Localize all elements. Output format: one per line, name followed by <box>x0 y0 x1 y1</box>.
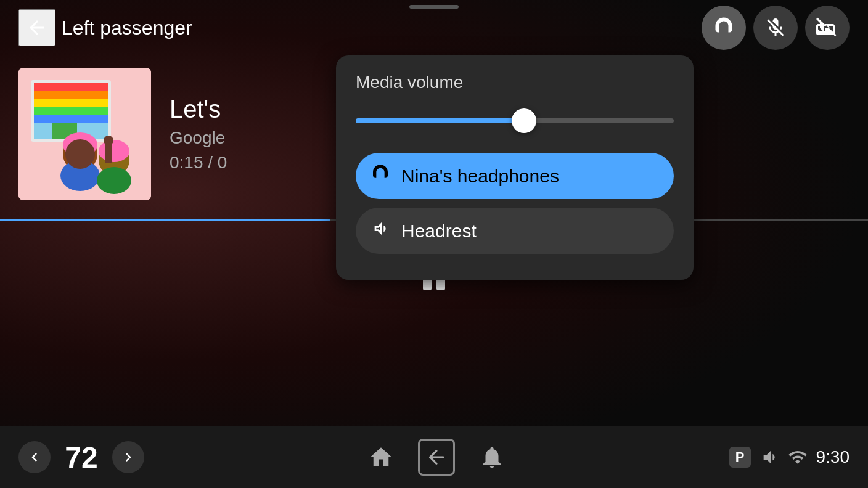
signal-icon <box>788 447 808 467</box>
headphones-small-icon <box>371 164 390 184</box>
volume-popup: Media volume Nina's headphones Headrest <box>336 55 694 280</box>
volume-slider-thumb[interactable] <box>512 108 536 133</box>
audio-option-headrest[interactable]: Headrest <box>356 208 674 254</box>
headphones-icon <box>713 17 735 39</box>
track-artist: Google <box>170 128 227 148</box>
temp-down-button[interactable] <box>18 441 51 473</box>
back-button[interactable] <box>18 9 55 46</box>
svg-point-14 <box>97 167 131 194</box>
top-right-icons <box>702 6 850 50</box>
bottom-center-icons <box>362 439 510 476</box>
ninas-headphones-label: Nina's headphones <box>401 166 559 187</box>
speaker-small-icon <box>371 219 390 238</box>
screen-off-icon <box>816 17 838 39</box>
track-meta: Let's Google 0:15 / 0 <box>170 96 227 173</box>
svg-point-15 <box>99 140 129 162</box>
bottom-bar: 72 P 9:30 <box>0 426 868 488</box>
progress-bar-fill <box>0 219 330 221</box>
temperature-controls: 72 <box>18 441 144 474</box>
mic-off-icon <box>764 17 787 39</box>
notifications-button[interactable] <box>473 439 510 476</box>
temp-up-button[interactable] <box>112 441 144 473</box>
svg-rect-7 <box>34 115 108 123</box>
bottom-right-status: P 9:30 <box>729 447 850 468</box>
headphones-option-icon <box>371 164 390 188</box>
track-time: 0:15 / 0 <box>170 153 227 173</box>
back-arrow-icon <box>26 17 48 39</box>
svg-rect-5 <box>34 99 108 107</box>
volume-slider-track <box>356 118 674 123</box>
minimize-icon <box>425 445 448 469</box>
bell-icon <box>479 444 505 470</box>
chevron-right-icon <box>120 449 137 466</box>
volume-slider-fill <box>356 118 524 123</box>
top-bar: Left passenger <box>0 0 868 55</box>
track-title: Let's <box>170 96 227 123</box>
speaker-option-icon <box>371 219 390 243</box>
page-title: Left passenger <box>62 17 192 39</box>
svg-rect-3 <box>34 83 108 91</box>
headphones-button[interactable] <box>702 6 746 50</box>
home-icon <box>368 444 394 470</box>
temperature-value: 72 <box>57 441 106 474</box>
volume-label: Media volume <box>356 73 674 92</box>
mic-off-button[interactable] <box>753 6 798 50</box>
home-button[interactable] <box>362 439 399 476</box>
p-badge: P <box>729 447 751 468</box>
screen-off-button[interactable] <box>805 6 850 50</box>
svg-rect-4 <box>34 91 108 99</box>
svg-rect-6 <box>34 107 108 115</box>
audio-option-ninas-headphones[interactable]: Nina's headphones <box>356 153 674 199</box>
chevron-left-icon <box>26 449 43 466</box>
album-art-image <box>18 68 151 200</box>
svg-point-12 <box>65 139 95 169</box>
volume-slider-container[interactable] <box>356 106 674 136</box>
headrest-label: Headrest <box>401 221 477 242</box>
clock-time: 9:30 <box>816 447 850 467</box>
minimize-button[interactable] <box>418 439 455 476</box>
svg-point-17 <box>104 136 113 145</box>
album-art <box>18 68 151 200</box>
volume-status-icon <box>760 447 779 467</box>
